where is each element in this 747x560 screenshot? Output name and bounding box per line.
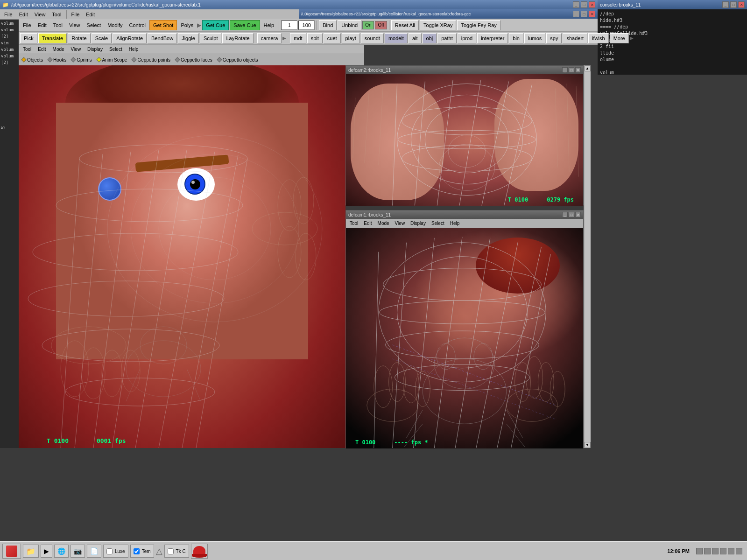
defcam1-help[interactable]: Help xyxy=(447,219,463,227)
tb-edit[interactable]: Edit xyxy=(35,21,49,29)
get-shot-button[interactable]: Get Shot xyxy=(149,20,177,30)
tb-polys[interactable]: Polys xyxy=(178,21,196,29)
defcam2-maximize[interactable]: □ xyxy=(569,67,574,73)
taskbar-terminal-button[interactable]: ▶ xyxy=(41,545,52,558)
tab-anim-scope[interactable]: Anim Scope xyxy=(95,57,129,63)
taskbar-luxe-item[interactable]: Luxe xyxy=(103,545,128,558)
unbind-button[interactable]: Unbind xyxy=(338,20,361,30)
console-maximize[interactable]: □ xyxy=(730,1,737,8)
view-menu[interactable]: View xyxy=(68,46,84,53)
tray-icon-3[interactable] xyxy=(712,548,719,554)
console2-minimize[interactable]: _ xyxy=(573,11,579,17)
more-button[interactable]: More xyxy=(610,33,629,43)
maximize-button[interactable]: □ xyxy=(581,1,587,8)
defcam1-close[interactable]: ✕ xyxy=(575,212,581,217)
tab-geppetto-points[interactable]: Geppetto points xyxy=(130,57,172,63)
tb-tool[interactable]: Tool xyxy=(50,21,65,29)
tab-hooks[interactable]: Hooks xyxy=(46,57,68,63)
taskbar-tem-item[interactable]: Tem xyxy=(130,545,154,558)
mode-menu[interactable]: Mode xyxy=(50,46,67,53)
tb-modify[interactable]: Modify xyxy=(105,21,125,29)
save-cue-button[interactable]: Save Cue xyxy=(230,20,260,30)
shadert-button[interactable]: shadert xyxy=(563,33,587,43)
align-rotate-button[interactable]: AlignRotate xyxy=(113,33,147,43)
console-close[interactable]: ✕ xyxy=(738,1,745,8)
rotate-button[interactable]: Rotate xyxy=(68,33,90,43)
cuet-button[interactable]: cuet xyxy=(324,33,341,43)
defcam1-maximize[interactable]: □ xyxy=(569,212,574,217)
main-viewport[interactable]: T 0100 0001 fps xyxy=(19,65,345,448)
iprod-button[interactable]: iprod xyxy=(458,33,476,43)
tab-geppetto-faces[interactable]: Geppetto faces xyxy=(174,57,214,63)
taskbar-browser-button[interactable]: 🌐 xyxy=(54,545,69,558)
scale-button[interactable]: Scale xyxy=(92,33,112,43)
tray-icon-2[interactable] xyxy=(704,548,711,554)
defcam1-view[interactable]: View xyxy=(392,219,408,227)
defcam1-minimize[interactable]: _ xyxy=(562,212,568,217)
tk-checkbox[interactable] xyxy=(168,548,174,554)
edit-menu[interactable]: Edit xyxy=(35,46,49,53)
tray-icon-6[interactable] xyxy=(736,548,742,554)
menu-file[interactable]: File xyxy=(1,11,15,18)
tb-help[interactable]: Help xyxy=(261,21,277,29)
menu-file2[interactable]: File xyxy=(69,11,83,18)
tray-icon-4[interactable] xyxy=(720,548,726,554)
right-scrollbar[interactable]: ▲ ▼ xyxy=(584,65,591,448)
tem-checkbox[interactable] xyxy=(134,548,140,554)
sculpt-button[interactable]: Sculpt xyxy=(200,33,222,43)
taskbar-redhat-button[interactable] xyxy=(191,544,208,559)
reset-all-button[interactable]: Reset All xyxy=(391,20,419,30)
taskbar-start-button[interactable] xyxy=(2,544,21,559)
defcam2-viewport[interactable]: T 0100 0279 fps xyxy=(346,74,583,206)
minimize-button[interactable]: _ xyxy=(573,1,579,8)
tool-menu[interactable]: Tool xyxy=(20,46,34,53)
obj-button[interactable]: obj xyxy=(423,33,437,43)
off-button[interactable]: Off xyxy=(375,21,387,29)
alt-button[interactable]: alt xyxy=(409,33,422,43)
console2-close[interactable]: ✕ xyxy=(589,11,595,17)
defcam1-display[interactable]: Display xyxy=(408,219,429,227)
pick-button[interactable]: Pick xyxy=(20,33,37,43)
tb-select[interactable]: Select xyxy=(84,21,104,29)
toggle-xray-button[interactable]: Toggle XRay xyxy=(420,20,456,30)
lumos-button[interactable]: lumos xyxy=(524,33,545,43)
jiggle-button[interactable]: Jiggle xyxy=(178,33,199,43)
help-menu[interactable]: Help xyxy=(126,46,141,53)
bind-button[interactable]: Bind xyxy=(319,20,337,30)
playt-button[interactable]: playt xyxy=(342,33,360,43)
taskbar-doc-button[interactable]: 📄 xyxy=(87,545,101,558)
lay-rotate-button[interactable]: LayRotate xyxy=(222,33,253,43)
frame-num-input[interactable] xyxy=(281,21,297,30)
menu-edit2[interactable]: Edit xyxy=(83,11,98,18)
select-menu[interactable]: Select xyxy=(106,46,125,53)
camera-button[interactable]: camera xyxy=(257,33,282,43)
toggle-fey-ray-button[interactable]: Toggle Fey Ray xyxy=(457,20,500,30)
defcam1-viewport[interactable]: T 0100 ---- fps * xyxy=(346,228,583,448)
interpreter-button[interactable]: interpreter xyxy=(477,33,508,43)
bend-bow-button[interactable]: BendBow xyxy=(148,33,177,43)
display-menu[interactable]: Display xyxy=(85,46,106,53)
tb-file[interactable]: File xyxy=(20,21,34,29)
spit-button[interactable]: spit xyxy=(307,33,323,43)
console2-maximize[interactable]: □ xyxy=(581,11,587,17)
defcam1-tool[interactable]: Tool xyxy=(347,219,361,227)
luxe-checkbox[interactable] xyxy=(106,548,113,554)
menu-view[interactable]: View xyxy=(32,11,49,18)
defcam1-mode[interactable]: Mode xyxy=(375,219,392,227)
spy-button[interactable]: spy xyxy=(546,33,562,43)
tray-icon-5[interactable] xyxy=(728,548,734,554)
defcam2-close[interactable]: ✕ xyxy=(575,67,581,73)
modeit-button[interactable]: modelt xyxy=(385,33,408,43)
defcam1-select[interactable]: Select xyxy=(429,219,447,227)
taskbar-camera-button[interactable]: 📷 xyxy=(70,545,85,558)
taskbar-folder-button[interactable]: 📁 xyxy=(23,545,39,558)
menu-edit[interactable]: Edit xyxy=(16,11,31,18)
frame-total-input[interactable] xyxy=(298,21,315,30)
scrollbar-up-arrow[interactable]: ▲ xyxy=(585,65,591,71)
patht-button[interactable]: patht xyxy=(437,33,456,43)
tab-gprims[interactable]: Gprims xyxy=(70,57,93,63)
tb-control[interactable]: Control xyxy=(127,21,148,29)
mdt-button[interactable]: mdt xyxy=(290,33,306,43)
scrollbar-down-arrow[interactable]: ▼ xyxy=(585,442,591,448)
translate-button[interactable]: Translate xyxy=(38,33,67,43)
